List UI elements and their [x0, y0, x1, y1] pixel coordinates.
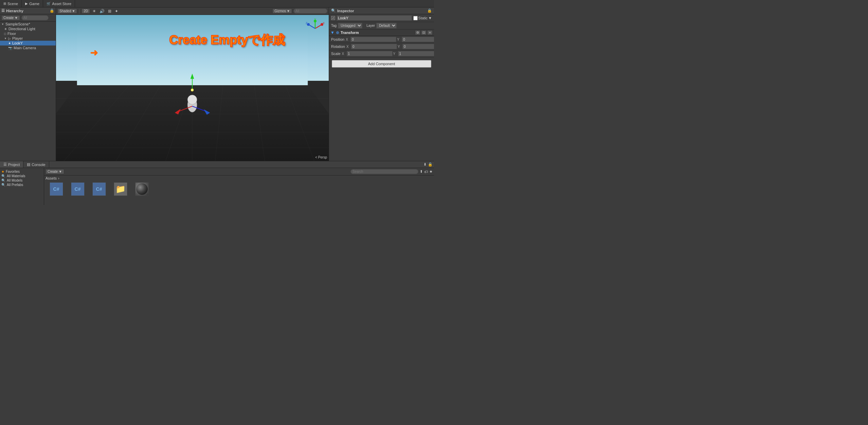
hierarchy-search-input[interactable]: [21, 15, 49, 20]
top-tab-bar: ⊞ Scene ▶ Game 🛒 Asset Store: [0, 0, 434, 7]
rotation-y-input[interactable]: [402, 44, 434, 49]
all-materials-item[interactable]: 🔍 All Materials: [1, 174, 42, 178]
scene-item-label: Floor: [7, 32, 16, 36]
favorites-header[interactable]: ★ Favorites: [1, 169, 42, 174]
bottom-content: ★ Favorites 🔍 All Materials 🔍 All Models…: [0, 168, 434, 205]
scene-toolbar: Shaded ▼ 2D ☀ 🔊 ⊞ ✦ Gizmos ▼: [56, 7, 329, 15]
svg-point-28: [321, 23, 323, 26]
project-sidebar: ★ Favorites 🔍 All Materials 🔍 All Models…: [0, 168, 44, 205]
object-name-input[interactable]: [337, 15, 412, 21]
transform-expand-icon: ▼: [330, 30, 334, 35]
sun-icon[interactable]: ☀: [91, 9, 97, 14]
static-option: Static ▼: [413, 16, 432, 20]
shading-label: Shaded: [59, 9, 71, 13]
hierarchy-item-directional-light[interactable]: ☀ Directional Light: [0, 26, 56, 31]
sy-label: Y: [393, 52, 397, 56]
transform-settings-icon[interactable]: ⚙: [415, 30, 420, 35]
hierarchy-create-button[interactable]: Create ▼: [1, 15, 20, 20]
search-icon: 🔍: [1, 179, 5, 182]
tab-asset-store[interactable]: 🛒 Asset Store: [43, 0, 75, 7]
gizmos-dropdown[interactable]: Gizmos ▼: [272, 8, 292, 14]
empty-icon: ✦: [8, 41, 11, 45]
hierarchy-item-samplescene[interactable]: ▼ SampleScene*: [0, 22, 56, 26]
bookmark-icon[interactable]: 🏷: [424, 170, 428, 174]
asset-item-cs2[interactable]: C#: [68, 182, 87, 197]
hierarchy-item-looky[interactable]: ✦ LookY: [0, 41, 56, 45]
tab-project[interactable]: ☰ Project: [0, 161, 23, 168]
2d-button[interactable]: 2D: [82, 8, 90, 14]
inspector-icon: 🔍: [331, 8, 336, 13]
all-prefabs-item[interactable]: 🔍 All Prefabs: [1, 183, 42, 187]
tab-game[interactable]: ▶ Game: [22, 0, 43, 7]
static-dropdown-icon[interactable]: ▼: [428, 16, 432, 20]
inspector-panel: 🔍 Inspector 🔒 ✓ Static ▼ Tag Untagged La…: [329, 7, 434, 161]
star-icon: ★: [1, 170, 4, 173]
inspector-title: Inspector: [337, 9, 354, 13]
overlay-icon[interactable]: ⊞: [107, 9, 112, 14]
layer-dropdown[interactable]: Default: [376, 23, 397, 29]
arrow-icon: ▼: [4, 37, 7, 40]
all-models-label: All Models: [7, 179, 22, 182]
scene-search-input[interactable]: [293, 8, 327, 14]
tag-dropdown[interactable]: Untagged: [338, 23, 362, 29]
sphere-material-icon: [135, 182, 149, 196]
hierarchy-toolbar: Create ▼: [0, 14, 56, 22]
scale-x-input[interactable]: [347, 51, 393, 56]
fx-icon[interactable]: ✦: [114, 9, 119, 14]
position-label: Position: [331, 37, 344, 41]
static-checkbox-input[interactable]: [413, 16, 418, 20]
inspector-header: 🔍 Inspector 🔒: [329, 7, 434, 14]
upload-icon[interactable]: ⬆: [420, 169, 423, 174]
all-models-item[interactable]: 🔍 All Models: [1, 178, 42, 183]
tab-asset-store-label: Asset Store: [52, 2, 71, 6]
hierarchy-item-floor[interactable]: □ Floor: [0, 31, 56, 36]
favorites-section: ★ Favorites 🔍 All Materials 🔍 All Models…: [1, 169, 42, 187]
fav-icon[interactable]: ★: [429, 169, 433, 174]
scene-3d-view: Create Emptyで作成 ➜ X Y Z: [56, 15, 329, 161]
assets-create-button[interactable]: Create ▼: [46, 169, 64, 174]
position-row: Position X Y Z: [329, 36, 434, 43]
asset-item-folder[interactable]: 📁: [111, 182, 130, 197]
assets-label: Assets: [46, 176, 57, 180]
inspector-lock-icon[interactable]: 🔒: [427, 8, 432, 13]
hierarchy-item-main-camera[interactable]: 📷 Main Camera: [0, 45, 56, 50]
hierarchy-icon: ☰: [1, 8, 5, 13]
scale-label: Scale: [331, 52, 341, 56]
collapse-icon[interactable]: ⬇: [423, 162, 427, 167]
assets-search-input[interactable]: [350, 169, 418, 174]
bottom-tab-icons: ⬇ 🔒: [423, 161, 434, 168]
all-materials-label: All Materials: [7, 174, 25, 178]
cs-file-icon-1: C#: [50, 182, 63, 196]
scale-y-input[interactable]: [398, 51, 434, 56]
tab-console[interactable]: ▤ Console: [23, 161, 49, 168]
shading-dropdown[interactable]: Shaded ▼: [57, 8, 77, 14]
tab-scene[interactable]: ⊞ Scene: [0, 0, 22, 7]
position-y-input[interactable]: [402, 37, 434, 42]
scene-view: Shaded ▼ 2D ☀ 🔊 ⊞ ✦ Gizmos ▼: [56, 7, 329, 161]
transform-title: Transform: [341, 31, 414, 35]
asset-item-cs1[interactable]: C#: [47, 182, 66, 197]
tab-game-label: Game: [29, 2, 39, 6]
asset-item-sphere[interactable]: [132, 182, 151, 197]
transform-component-header[interactable]: ▼ ⊕ Transform ⚙ ⊡ ≡: [329, 30, 434, 36]
svg-point-17: [191, 89, 194, 91]
create-empty-overlay-text: Create Emptyで作成: [169, 32, 285, 49]
asset-item-cs3[interactable]: C#: [90, 182, 108, 197]
hierarchy-item-player[interactable]: ▼ ▷ Player: [0, 36, 56, 41]
scene-canvas[interactable]: Create Emptyで作成 ➜ X Y Z: [56, 15, 329, 161]
inspector-obj-row: ✓ Static ▼: [329, 14, 434, 22]
lock-icon[interactable]: 🔒: [428, 162, 433, 167]
shading-chevron-icon: ▼: [72, 9, 75, 13]
rotation-label: Rotation: [331, 44, 345, 49]
rotation-x-input[interactable]: [351, 44, 397, 49]
transform-menu-icon[interactable]: ≡: [427, 30, 433, 35]
hierarchy-header: ☰ Hierarchy 🔒: [0, 7, 56, 14]
audio-icon[interactable]: 🔊: [98, 9, 106, 14]
bottom-tabs: ☰ Project ▤ Console ⬇ 🔒: [0, 161, 434, 168]
add-component-button[interactable]: Add Component: [332, 60, 431, 68]
folder-icon: 📁: [114, 182, 127, 196]
search-icon: 🔍: [1, 174, 5, 178]
active-checkbox[interactable]: ✓: [331, 16, 335, 20]
position-x-input[interactable]: [350, 37, 396, 42]
transform-resize-icon[interactable]: ⊡: [421, 30, 427, 35]
